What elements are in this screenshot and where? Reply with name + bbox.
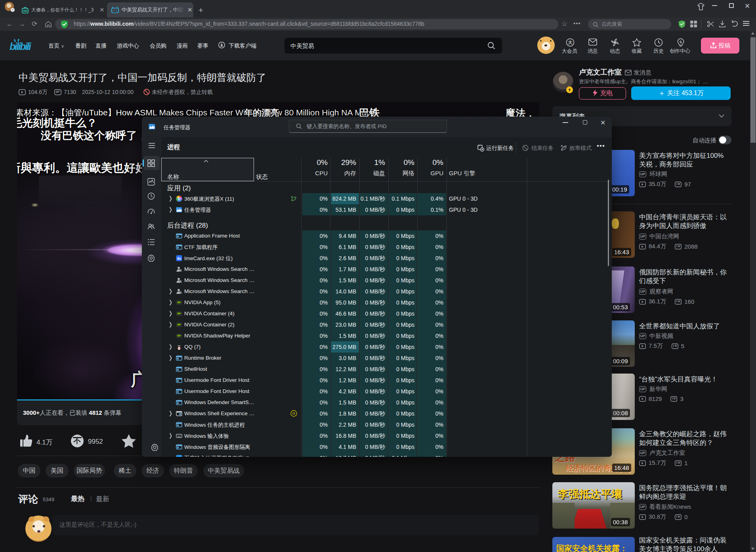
svg-text:du: du bbox=[177, 257, 181, 261]
svg-text:大: 大 bbox=[568, 40, 573, 45]
svg-text:360: 360 bbox=[23, 10, 27, 12]
